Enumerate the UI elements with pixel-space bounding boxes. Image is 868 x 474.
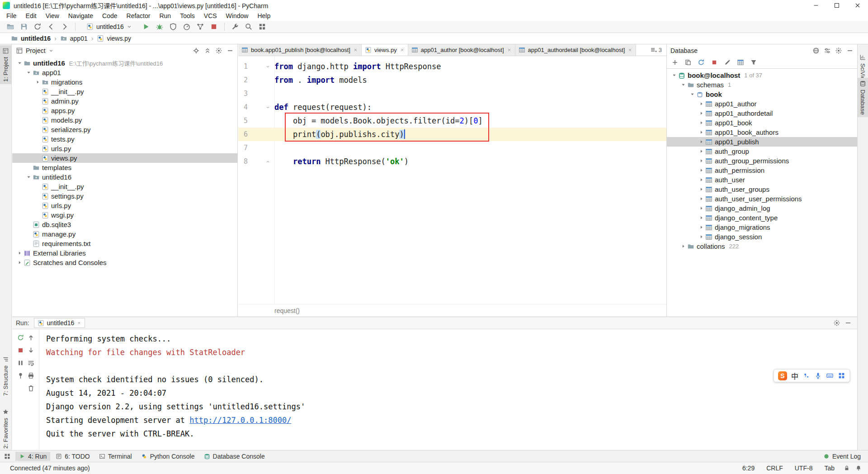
tool-tab-4-run[interactable]: 4: Run bbox=[15, 452, 50, 461]
expand-arrow-icon[interactable] bbox=[698, 177, 705, 182]
editor-tab-app01-author-book-localhost[interactable]: app01_author [book@localhost] bbox=[408, 44, 515, 56]
grid-icon[interactable] bbox=[258, 23, 266, 31]
line-number[interactable]: 2 bbox=[238, 73, 261, 87]
close-icon[interactable] bbox=[77, 321, 81, 325]
project-panel-title[interactable]: Project bbox=[26, 47, 46, 54]
database-item-auth-user-user-permissions[interactable]: auth_user_user_permissions bbox=[667, 194, 857, 204]
run-icon[interactable] bbox=[142, 23, 150, 31]
hide-icon[interactable] bbox=[226, 47, 234, 54]
run-tab-untitled16[interactable]: untitled16 bbox=[34, 318, 85, 328]
code-line-6[interactable]: 6 print(obj.publishs.city) bbox=[238, 128, 666, 141]
expand-arrow-icon[interactable] bbox=[698, 196, 705, 201]
expand-arrow-icon[interactable] bbox=[698, 168, 705, 173]
expand-arrow-icon[interactable] bbox=[698, 130, 705, 135]
fold-start-icon[interactable] bbox=[261, 60, 274, 73]
expand-arrow-icon[interactable] bbox=[698, 215, 705, 220]
menu-navigate[interactable]: Navigate bbox=[64, 11, 98, 21]
expand-arrow-icon[interactable] bbox=[698, 234, 705, 239]
database-item-django-admin-log[interactable]: django_admin_log bbox=[667, 204, 857, 213]
expand-arrow-icon[interactable] bbox=[698, 225, 705, 230]
collapse-arrow-icon[interactable] bbox=[670, 73, 678, 78]
code-line-3[interactable]: 3 bbox=[238, 87, 666, 100]
pause-icon[interactable] bbox=[17, 359, 24, 367]
line-number[interactable]: 1 bbox=[238, 60, 261, 73]
project-item-requirements-txt[interactable]: requirements.txt bbox=[12, 239, 237, 248]
code-line-7[interactable]: 7 bbox=[238, 141, 666, 155]
sync-icon[interactable] bbox=[33, 23, 42, 31]
breadcrumb-views-py[interactable]: views.py bbox=[97, 35, 131, 42]
expand-arrow-icon[interactable] bbox=[16, 260, 24, 265]
editor-breadcrumb[interactable]: request() bbox=[274, 307, 300, 314]
bell-icon[interactable] bbox=[855, 465, 862, 471]
line-number[interactable]: 3 bbox=[238, 87, 261, 100]
collapse-arrow-icon[interactable] bbox=[679, 82, 687, 87]
server-url-link[interactable]: http://127.0.0.1:8000/ bbox=[189, 416, 291, 425]
tool-tab-terminal[interactable]: Terminal bbox=[95, 452, 136, 461]
editor-tab-book-app01-publish-book-localhost[interactable]: book.app01_publish [book@localhost] bbox=[238, 44, 362, 56]
stop-red-icon[interactable] bbox=[711, 59, 718, 66]
project-item-apps-py[interactable]: apps.py bbox=[12, 106, 237, 115]
print-icon[interactable] bbox=[27, 372, 35, 379]
project-item-admin-py[interactable]: admin.py bbox=[12, 96, 237, 106]
project-item-init-py[interactable]: __init__.py bbox=[12, 87, 237, 96]
plus-icon[interactable] bbox=[671, 59, 679, 66]
settings-icon[interactable] bbox=[833, 319, 840, 327]
fold-end-icon[interactable] bbox=[261, 155, 274, 168]
project-item-db-sqlite3[interactable]: db.sqlite3 bbox=[12, 220, 237, 229]
editor-tab-views-py[interactable]: views.py bbox=[362, 44, 408, 56]
line-number[interactable]: 8 bbox=[238, 155, 261, 168]
database-item-schemas[interactable]: schemas1 bbox=[667, 80, 857, 90]
collapse-arrow-icon[interactable] bbox=[25, 175, 33, 180]
database-item-auth-user[interactable]: auth_user bbox=[667, 175, 857, 185]
globe-icon[interactable] bbox=[812, 47, 820, 54]
stop-red-icon[interactable] bbox=[17, 346, 24, 354]
tool-tab-database-console[interactable]: Database Console bbox=[200, 452, 269, 461]
copy-icon[interactable] bbox=[684, 59, 692, 66]
coverage-icon[interactable] bbox=[169, 23, 177, 31]
database-item-django-session[interactable]: django_session bbox=[667, 232, 857, 242]
database-item-auth-group-permissions[interactable]: auth_group_permissions bbox=[667, 156, 857, 166]
code-area[interactable]: 1from django.http import HttpResponse2fr… bbox=[238, 56, 666, 304]
expand-arrow-icon[interactable] bbox=[698, 139, 705, 144]
editor-tab-app01-authordetail-book-localhost[interactable]: app01_authordetail [book@localhost] bbox=[515, 44, 637, 56]
menu-view[interactable]: View bbox=[41, 11, 64, 21]
database-item-app01-book[interactable]: app01_book bbox=[667, 118, 857, 128]
stop-icon[interactable] bbox=[210, 23, 218, 31]
expand-arrow-icon[interactable] bbox=[679, 244, 687, 249]
chevron-down-icon[interactable] bbox=[48, 48, 54, 53]
menu-run[interactable]: Run bbox=[155, 11, 175, 21]
database-item-app01-authordetail[interactable]: app01_authordetail bbox=[667, 109, 857, 118]
debug-icon[interactable] bbox=[156, 23, 164, 31]
hide-icon[interactable] bbox=[844, 319, 852, 327]
menu-tools[interactable]: Tools bbox=[175, 11, 199, 21]
collapse-arrow-icon[interactable] bbox=[25, 70, 33, 75]
menu-code[interactable]: Code bbox=[98, 11, 122, 21]
code-line-8[interactable]: 8 return HttpResponse('ok') bbox=[238, 155, 666, 168]
project-item-views-py[interactable]: views.py bbox=[12, 153, 237, 163]
close-icon[interactable] bbox=[627, 47, 632, 52]
project-item-urls-py[interactable]: urls.py bbox=[12, 144, 237, 153]
project-item-serializers-py[interactable]: serializers.py bbox=[12, 125, 237, 134]
line-number[interactable]: 6 bbox=[238, 128, 261, 141]
trash-icon[interactable] bbox=[27, 384, 35, 392]
expand-arrow-icon[interactable] bbox=[34, 80, 42, 85]
project-item-templates[interactable]: templates bbox=[12, 163, 237, 172]
project-item-settings-py[interactable]: settings.py bbox=[12, 191, 237, 201]
forward-icon[interactable] bbox=[61, 23, 69, 31]
tool-stripe-database[interactable]: Database bbox=[858, 78, 868, 117]
refresh-icon[interactable] bbox=[698, 59, 705, 66]
locate-icon[interactable] bbox=[193, 47, 200, 54]
line-number[interactable]: 7 bbox=[238, 141, 261, 155]
line-number[interactable]: 4 bbox=[238, 100, 261, 114]
code-line-4[interactable]: 4def request(request): bbox=[238, 100, 666, 114]
close-button[interactable] bbox=[847, 0, 868, 11]
console-output[interactable]: Performing system checks...Watching for … bbox=[40, 329, 857, 450]
breadcrumb-untitled16[interactable]: untitled16 bbox=[11, 35, 51, 42]
tool-stripe-7-structure[interactable]: 7: Structure bbox=[0, 354, 11, 398]
close-icon[interactable] bbox=[507, 47, 512, 52]
tool-tab-event-log[interactable]: Event Log bbox=[820, 452, 864, 461]
project-item-models-py[interactable]: models.py bbox=[12, 115, 237, 125]
tool-stripe-1-project[interactable]: 1: Project bbox=[0, 45, 11, 84]
expand-arrow-icon[interactable] bbox=[698, 120, 705, 125]
collapse-all-icon[interactable] bbox=[204, 47, 211, 54]
